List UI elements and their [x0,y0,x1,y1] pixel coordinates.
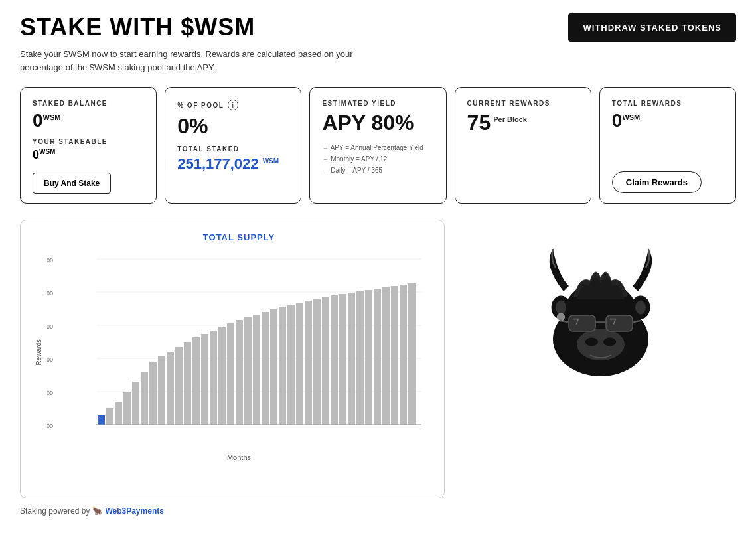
svg-rect-31 [262,312,269,425]
pool-card: % OF POOL i 0% TOTAL STAKED 251,177,022 … [165,87,301,204]
svg-rect-36 [305,301,312,425]
svg-rect-47 [400,285,407,425]
svg-rect-29 [244,317,252,425]
svg-rect-35 [296,303,303,425]
svg-text:1,600,000,000: 1,600,000,000 [47,390,53,396]
buy-stake-button[interactable]: Buy And Stake [33,173,111,194]
chart-title: TOTAL SUPPLY [47,232,431,242]
svg-rect-24 [201,334,208,425]
svg-text:1,500,000,000: 1,500,000,000 [47,423,53,429]
svg-rect-60 [606,315,633,331]
svg-text:1,900,000,000: 1,900,000,000 [47,290,53,297]
chart-area: Rewards 2,000,000,000 1,900,000,000 1,80… [47,249,431,475]
svg-point-53 [556,300,566,314]
svg-rect-15 [123,392,131,425]
svg-rect-14 [115,402,122,425]
svg-rect-39 [331,295,338,425]
svg-rect-33 [279,307,286,425]
svg-rect-48 [408,283,416,425]
staked-balance-label: STAKED BALANCE [33,100,144,107]
pool-label: % OF POOL i [177,100,289,110]
svg-point-57 [585,337,597,346]
svg-rect-45 [382,287,390,425]
svg-rect-23 [192,337,200,425]
svg-text:1,700,000,000: 1,700,000,000 [47,356,53,363]
svg-point-56 [577,329,625,360]
stakeable-label: YOUR STAKEABLE [33,138,144,145]
total-rewards-label: TOTAL REWARDS [612,100,723,107]
page-subtitle: Stake your $WSM now to start earning rew… [20,48,365,74]
svg-rect-38 [322,297,329,425]
bottom-section: TOTAL SUPPLY Rewards 2,000,000,000 1,900… [20,220,736,498]
svg-rect-20 [167,352,174,425]
svg-rect-40 [339,294,346,425]
total-rewards-card: TOTAL REWARDS 0WSM Claim Rewards [599,87,736,204]
svg-rect-34 [287,305,295,425]
current-rewards-card: CURRENT REWARDS 75Per Block [455,87,591,204]
svg-rect-18 [149,362,157,425]
y-axis-label: Rewards [35,339,42,365]
svg-rect-30 [253,315,260,425]
svg-rect-44 [374,289,381,425]
yield-card: ESTIMATED YIELD APY 80% APY = Annual Per… [309,87,446,204]
info-icon[interactable]: i [228,100,238,110]
page-title: STAKE WITH $WSM [20,13,365,41]
svg-rect-43 [365,290,372,425]
mascot-area [465,220,736,392]
yield-label: ESTIMATED YIELD [322,100,433,107]
chart-svg: 2,000,000,000 1,900,000,000 1,800,000,00… [47,249,431,448]
svg-rect-41 [348,293,355,425]
svg-point-58 [603,337,616,346]
svg-point-55 [635,300,646,314]
footer: Staking powered by 🐂 Web3Payments [20,506,736,516]
stakeable-value: 0WSM [33,148,144,162]
total-staked-label: TOTAL STAKED [177,145,289,153]
svg-rect-16 [132,382,139,425]
svg-rect-19 [158,356,165,425]
svg-rect-59 [569,315,595,331]
total-staked-value: 251,177,022 WSM [177,155,289,173]
svg-text:1,800,000,000: 1,800,000,000 [47,323,53,330]
svg-rect-17 [141,372,148,425]
svg-rect-27 [227,323,234,425]
svg-rect-42 [356,291,364,425]
svg-rect-32 [270,309,277,425]
svg-rect-21 [175,347,183,425]
withdraw-button[interactable]: WITHDRAW STAKED TOKENS [568,13,736,42]
mascot-bull-icon [521,233,680,392]
chart-container: TOTAL SUPPLY Rewards 2,000,000,000 1,900… [20,220,445,498]
svg-rect-46 [391,286,398,425]
total-rewards-value: 0WSM [612,111,723,131]
staked-balance-value: 0WSM [33,111,144,131]
svg-rect-37 [313,299,321,425]
stats-cards: STAKED BALANCE 0WSM YOUR STAKEABLE 0WSM … [20,87,736,204]
svg-rect-26 [218,327,226,425]
svg-text:2,000,000,000: 2,000,000,000 [47,257,53,264]
current-rewards-label: CURRENT REWARDS [467,100,579,107]
apy-value: APY 80% [322,111,433,135]
svg-rect-22 [184,342,191,425]
svg-rect-25 [210,331,217,425]
x-axis-label: Months [47,453,431,461]
svg-rect-13 [106,408,113,425]
pool-value: 0% [177,114,289,139]
current-rewards-value: 75Per Block [467,111,579,135]
staked-balance-card: STAKED BALANCE 0WSM YOUR STAKEABLE 0WSM … [20,87,157,204]
apy-notes: APY = Annual Percentage Yield Monthly = … [322,142,433,176]
svg-rect-28 [236,320,243,425]
web3payments-link[interactable]: Web3Payments [105,506,163,516]
svg-rect-12 [98,415,105,425]
claim-rewards-button[interactable]: Claim Rewards [612,171,702,193]
